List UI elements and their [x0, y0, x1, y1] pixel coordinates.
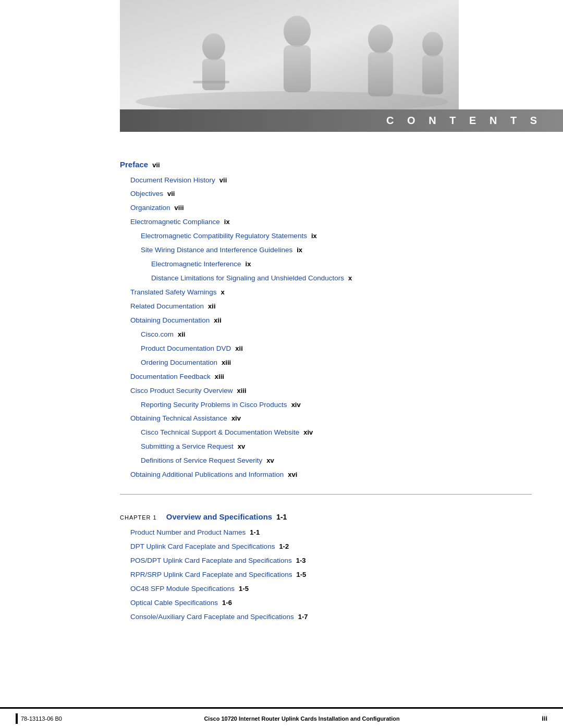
header-image	[120, 0, 459, 109]
toc-page-dpt-uplink: 1-2	[279, 541, 289, 552]
toc-entry-em-interference: Electromagnetic Interference ix	[120, 258, 532, 270]
chapter-1-page: 1-1	[276, 511, 287, 524]
toc-entry-reporting-security: Reporting Security Problems in Cisco Pro…	[120, 399, 532, 411]
toc-entry-submitting-service: Submitting a Service Request xv	[120, 441, 532, 453]
toc-entry-console-aux: Console/Auxiliary Card Faceplate and Spe…	[120, 611, 532, 623]
toc-entry-product-dvd: Product Documentation DVD xii	[120, 343, 532, 355]
toc-page-obtaining-docs: xii	[214, 315, 221, 326]
toc-link-reporting-security[interactable]: Reporting Security Problems in Cisco Pro…	[141, 399, 287, 411]
chapter-divider	[120, 494, 532, 495]
toc-page-cisco-tech-support: xiv	[303, 427, 313, 438]
svg-point-6	[368, 24, 393, 54]
toc-entry-related-docs: Related Documentation xii	[120, 301, 532, 313]
footer-doc-number: 78-13113-06 B0	[21, 715, 62, 722]
toc-entry-distance-limitations: Distance Limitations for Signaling and U…	[120, 273, 532, 285]
toc-entry-dpt-uplink: DPT Uplink Card Faceplate and Specificat…	[120, 541, 532, 553]
toc-page-reporting-security: xiv	[291, 399, 301, 411]
preface-page: vii	[152, 159, 160, 171]
toc-link-cisco-com[interactable]: Cisco.com	[141, 329, 174, 341]
toc-entry-em-compliance: Electromagnetic Compliance ix	[120, 216, 532, 228]
toc-link-ordering-docs[interactable]: Ordering Documentation	[141, 357, 217, 369]
toc-entry-site-wiring: Site Wiring Distance and Interference Gu…	[120, 244, 532, 256]
toc-page-em-interference: ix	[246, 258, 251, 270]
toc-link-organization[interactable]: Organization	[130, 202, 170, 214]
toc-page-additional-pubs: xvi	[288, 469, 297, 480]
toc-page-product-dvd: xii	[235, 343, 242, 354]
toc-page-objectives: vii	[167, 188, 175, 200]
toc-entry-cisco-com: Cisco.com xii	[120, 329, 532, 341]
toc-page-em-compliance: ix	[224, 216, 230, 228]
toc-link-distance-limitations[interactable]: Distance Limitations for Signaling and U…	[151, 273, 344, 285]
toc-link-doc-revision[interactable]: Document Revision History	[130, 175, 215, 187]
toc-entry-product-number: Product Number and Product Names 1-1	[120, 527, 532, 539]
svg-rect-5	[284, 45, 311, 92]
contents-title: C O N T E N T S	[386, 115, 542, 126]
toc-link-obtaining-docs[interactable]: Obtaining Documentation	[130, 315, 210, 327]
toc-page-cisco-security: xiii	[237, 385, 247, 397]
toc-entry-obtaining-docs: Obtaining Documentation xii	[120, 315, 532, 327]
toc-entry-doc-feedback: Documentation Feedback xiii	[120, 371, 532, 383]
toc-page-related-docs: xii	[208, 301, 215, 312]
toc-page-obtaining-tech: xiv	[231, 413, 241, 424]
toc-entry-optical-cable: Optical Cable Specifications 1-6	[120, 597, 532, 609]
svg-point-1	[202, 33, 225, 60]
toc-page-optical-cable: 1-6	[222, 597, 232, 609]
toc-page-oc48-sfp: 1-5	[239, 583, 249, 595]
toc-entry-ordering-docs: Ordering Documentation xiii	[120, 357, 532, 369]
footer-page: iii	[542, 714, 547, 722]
toc-page-pos-dpt: 1-3	[296, 555, 306, 566]
svg-rect-2	[202, 59, 225, 90]
toc-link-cisco-security[interactable]: Cisco Product Security Overview	[130, 385, 233, 397]
svg-rect-9	[422, 55, 443, 94]
toc-page-cisco-com: xii	[178, 329, 185, 340]
toc-link-related-docs[interactable]: Related Documentation	[130, 301, 204, 313]
toc-entry-em-regulatory: Electromagnetic Compatibility Regulatory…	[120, 230, 532, 242]
toc-page-translated-safety: x	[221, 287, 225, 298]
toc-link-product-dvd[interactable]: Product Documentation DVD	[141, 343, 231, 355]
toc-link-cisco-tech-support[interactable]: Cisco Technical Support & Documentation …	[141, 427, 299, 439]
toc-page-console-aux: 1-7	[298, 611, 308, 623]
toc-page-ordering-docs: xiii	[222, 357, 231, 368]
chapter-1-title[interactable]: Overview and Specifications	[166, 510, 272, 524]
toc-page-em-regulatory: ix	[311, 230, 317, 242]
toc-link-definitions-severity[interactable]: Definitions of Service Request Severity	[141, 455, 262, 467]
toc-link-additional-pubs[interactable]: Obtaining Additional Publications and In…	[130, 469, 284, 481]
chapter-1-entries: Product Number and Product Names 1-1 DPT…	[120, 527, 532, 623]
toc-link-product-number[interactable]: Product Number and Product Names	[130, 527, 246, 539]
svg-point-8	[422, 32, 443, 57]
toc-link-dpt-uplink[interactable]: DPT Uplink Card Faceplate and Specificat…	[130, 541, 275, 553]
toc-link-oc48-sfp[interactable]: OC48 SFP Module Specifications	[130, 583, 235, 595]
table-of-contents: Preface vii Document Revision History vi…	[0, 132, 563, 667]
footer-bar-icon	[16, 713, 18, 724]
toc-link-submitting-service[interactable]: Submitting a Service Request	[141, 441, 234, 453]
toc-entry-pos-dpt: POS/DPT Uplink Card Faceplate and Specif…	[120, 555, 532, 567]
toc-link-console-aux[interactable]: Console/Auxiliary Card Faceplate and Spe…	[130, 611, 294, 623]
toc-entry-objectives: Objectives vii	[120, 188, 532, 200]
toc-entry-rpr-srp: RPR/SRP Uplink Card Faceplate and Specif…	[120, 569, 532, 581]
toc-link-site-wiring[interactable]: Site Wiring Distance and Interference Gu…	[141, 244, 292, 256]
toc-page-rpr-srp: 1-5	[296, 569, 306, 581]
toc-page-definitions-severity: xv	[266, 455, 274, 466]
toc-link-em-compliance[interactable]: Electromagnetic Compliance	[130, 216, 220, 228]
toc-entry-obtaining-tech: Obtaining Technical Assistance xiv	[120, 413, 532, 425]
toc-link-optical-cable[interactable]: Optical Cable Specifications	[130, 597, 218, 609]
svg-rect-7	[368, 52, 393, 96]
toc-link-doc-feedback[interactable]: Documentation Feedback	[130, 371, 211, 383]
toc-link-em-interference[interactable]: Electromagnetic Interference	[151, 258, 241, 270]
toc-link-objectives[interactable]: Objectives	[130, 188, 163, 200]
toc-entry-organization: Organization viii	[120, 202, 532, 214]
toc-link-pos-dpt[interactable]: POS/DPT Uplink Card Faceplate and Specif…	[130, 555, 292, 567]
preface-entries: Document Revision History vii Objectives…	[120, 175, 532, 482]
toc-link-rpr-srp[interactable]: RPR/SRP Uplink Card Faceplate and Specif…	[130, 569, 292, 581]
preface-title[interactable]: Preface	[120, 158, 148, 171]
toc-link-obtaining-tech[interactable]: Obtaining Technical Assistance	[130, 413, 227, 425]
footer-left: 78-13113-06 B0	[16, 713, 62, 724]
toc-link-em-regulatory[interactable]: Electromagnetic Compatibility Regulatory…	[141, 230, 307, 242]
toc-page-submitting-service: xv	[238, 441, 245, 452]
chapter-1-label: CHAPTER 1	[120, 513, 157, 523]
footer-title: Cisco 10720 Internet Router Uplink Cards…	[204, 715, 399, 722]
toc-entry-definitions-severity: Definitions of Service Request Severity …	[120, 455, 532, 467]
toc-link-translated-safety[interactable]: Translated Safety Warnings	[130, 287, 217, 299]
preface-heading: Preface vii	[120, 158, 532, 171]
toc-entry-doc-revision: Document Revision History vii	[120, 175, 532, 187]
